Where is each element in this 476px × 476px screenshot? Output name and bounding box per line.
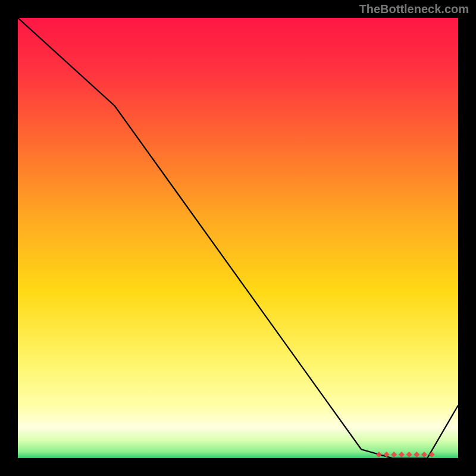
marker-point <box>399 452 405 458</box>
chart-container <box>18 18 458 458</box>
marker-point <box>429 452 435 458</box>
marker-point <box>414 452 419 458</box>
data-line <box>18 18 458 458</box>
marker-point <box>376 452 382 458</box>
chart-line-overlay <box>18 18 458 458</box>
marker-point <box>391 452 397 458</box>
watermark-text: TheBottleneck.com <box>359 2 469 16</box>
marker-point <box>406 452 412 458</box>
marker-point <box>421 452 427 458</box>
